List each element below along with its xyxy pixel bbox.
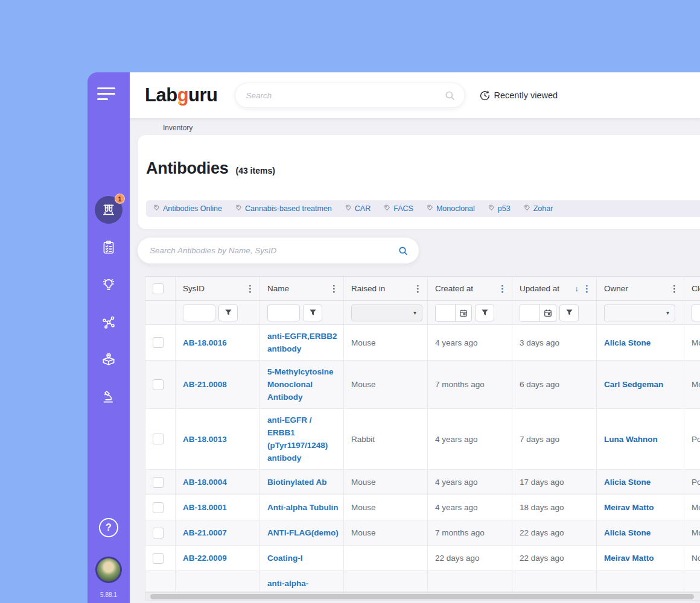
cell-raised_in [344,571,428,592]
filter-date-created_at [435,304,472,322]
tag-item[interactable]: Cannabis-based treatmen [235,204,332,213]
column-header-updated_at[interactable]: Updated at↓⋮ [512,277,597,300]
column-menu-icon[interactable]: ⋮ [670,284,679,293]
filter-cell-sysid [176,301,260,324]
row-checkbox[interactable] [153,337,164,348]
link-owner[interactable]: Meirav Matto [604,501,654,514]
link-name[interactable]: Anti-alpha Tubulin [267,501,338,514]
sidebar-item-equipment[interactable] [95,383,122,411]
table-row[interactable]: anti-alpha- [145,571,700,592]
select-all-checkbox[interactable] [153,283,164,294]
link-sysid[interactable]: AB-21.0007 [183,526,227,539]
link-sysid[interactable]: AB-22.0009 [183,552,227,564]
filter-input-name[interactable] [267,305,300,321]
help-button[interactable]: ? [99,518,118,537]
filter-date-input-created_at[interactable] [436,305,455,321]
link-name[interactable]: ANTI-FLAG(demo) [267,526,339,539]
tag-item[interactable]: Zohar [524,204,553,213]
antibodies-search-input[interactable] [148,245,398,256]
column-header-created_at[interactable]: Created at⋮ [428,277,512,300]
column-menu-icon[interactable]: ⋮ [329,284,339,293]
column-header-name[interactable]: Name⋮ [260,277,344,300]
calendar-icon[interactable] [455,305,471,321]
link-owner[interactable]: Meirav Matto [604,552,654,564]
table-row[interactable]: AB-18.0013anti-EGFR / ERBB1 (pTyr1197/12… [145,409,700,470]
cell-updated_at: 22 days ago [512,520,597,545]
filter-button-created_at[interactable] [475,305,494,321]
row-checkbox[interactable] [153,379,164,390]
row-checkbox[interactable] [153,528,164,538]
column-header-clonality[interactable]: Clonality⋮ [684,277,700,300]
calendar-icon[interactable] [539,305,556,321]
row-checkbox[interactable] [153,502,164,513]
tag-item[interactable]: Antibodies Online [153,204,222,213]
scrollbar-thumb[interactable] [150,594,694,599]
link-sysid[interactable]: AB-18.0004 [183,476,227,488]
cell-owner: Alicia Stone [597,470,684,494]
link-name[interactable]: anti-alpha- [267,577,308,590]
filter-button-sysid[interactable] [218,305,238,321]
link-name[interactable]: Coating-I [267,552,303,564]
global-search-input[interactable] [245,90,445,101]
filter-date-updated_at [520,304,556,322]
breadcrumb[interactable]: Inventory [163,124,192,132]
filter-select-raised_in[interactable]: ▾ [351,305,422,321]
tag-item[interactable]: Monoclonal [427,204,475,213]
user-avatar[interactable] [95,557,122,583]
link-owner[interactable]: Carl Sedgeman [604,378,663,391]
table-row[interactable]: AB-22.0009Coating-I22 days ago22 days ag… [145,546,700,571]
link-sysid[interactable]: AB-18.0016 [183,336,227,349]
link-name[interactable]: anti-EGFR,ERBB2 antibody [267,330,339,355]
column-label: Created at [435,284,498,293]
table-row[interactable]: AB-18.0001Anti-alpha TubulinMouse4 years… [145,495,700,520]
column-menu-icon[interactable]: ⋮ [413,284,422,293]
recently-viewed-button[interactable]: Recently viewed [480,90,558,101]
tag-item[interactable]: FACS [384,204,413,213]
sidebar-item-ideas[interactable] [95,271,122,298]
column-menu-icon[interactable]: ⋮ [498,284,507,293]
cell-updated_at: 17 days ago [512,470,597,494]
link-owner[interactable]: Alicia Stone [604,526,651,539]
sidebar-item-inventory[interactable]: 1 [95,196,122,224]
column-menu-icon[interactable]: ⋮ [582,284,591,293]
link-owner[interactable]: Alicia Stone [604,476,651,488]
labguru-logo[interactable]: Labguru [145,84,218,106]
filter-button-updated_at[interactable] [559,305,579,321]
row-checkbox[interactable] [153,553,164,564]
tag-icon [488,204,495,213]
sidebar-item-molecules[interactable] [95,308,122,336]
table-row[interactable]: AB-21.00085-Methylcytosine Monoclonal An… [145,361,700,409]
cell-created_at: 7 months ago [428,520,512,545]
cell-raised_in: Mouse [344,495,428,520]
column-header-sysid[interactable]: SysID⋮ [176,277,260,300]
table-row[interactable]: AB-18.0016anti-EGFR,ERBB2 antibodyMouse4… [145,325,700,361]
link-name[interactable]: Biotinylated Ab [267,476,327,488]
filter-input-sysid[interactable] [183,305,215,321]
text-updated_at: 22 days ago [520,552,564,564]
column-header-raised_in[interactable]: Raised in⋮ [344,277,428,300]
column-menu-icon[interactable]: ⋮ [246,284,255,293]
link-sysid[interactable]: AB-21.0008 [183,378,227,391]
link-name[interactable]: anti-EGFR / ERBB1 (pTyr1197/1248) antibo… [267,414,339,464]
link-sysid[interactable]: AB-18.0013 [183,433,227,446]
table-row[interactable]: AB-21.0007ANTI-FLAG(demo)Mouse7 months a… [145,520,700,546]
table-row[interactable]: AB-18.0004Biotinylated AbMouse4 years ag… [145,470,700,495]
row-checkbox[interactable] [153,434,164,444]
tag-item[interactable]: p53 [488,204,511,213]
column-header-owner[interactable]: Owner⋮ [597,277,684,300]
version-label: 5.88.1 [100,592,117,598]
filter-button-name[interactable] [303,305,322,321]
filter-select-owner[interactable]: ▾ [604,305,675,321]
menu-toggle-button[interactable] [88,72,130,115]
sidebar-item-storage[interactable] [95,346,122,373]
row-checkbox[interactable] [153,477,164,488]
filter-input-clonality[interactable] [692,305,700,321]
link-owner[interactable]: Luna Wahnon [604,433,658,446]
sidebar-item-protocols[interactable] [95,233,122,261]
clipboard-icon [101,239,116,255]
tag-item[interactable]: CAR [345,204,371,213]
filter-date-input-updated_at[interactable] [520,305,539,321]
link-owner[interactable]: Alicia Stone [604,336,651,349]
link-name[interactable]: 5-Methylcytosine Monoclonal Antibody [267,365,339,403]
link-sysid[interactable]: AB-18.0001 [183,501,227,514]
